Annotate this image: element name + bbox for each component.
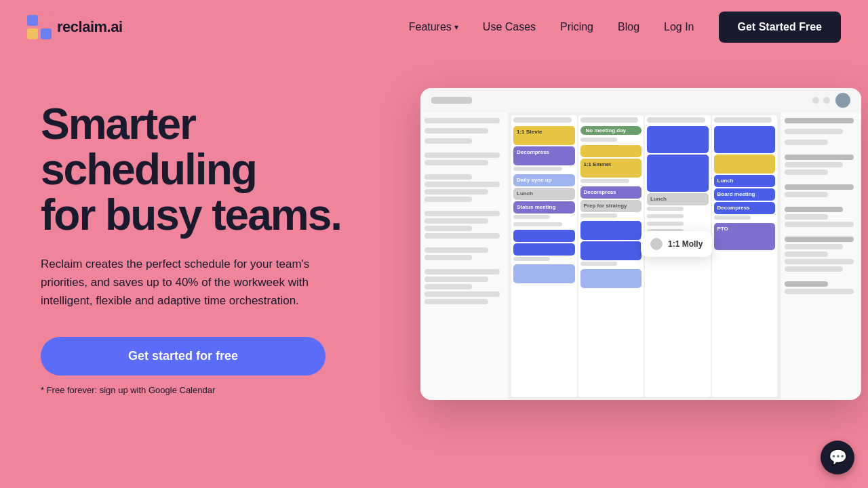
event-block: Board meeting xyxy=(714,188,776,201)
sidebar-bar xyxy=(425,174,472,180)
right-panel-bar xyxy=(785,289,854,294)
event-block xyxy=(714,155,776,174)
event-block xyxy=(714,126,776,153)
hero-section: Smarter scheduling for busy teams. Recla… xyxy=(0,54,868,488)
hero-note: * Free forever: sign up with Google Cale… xyxy=(41,385,393,395)
event-block: Lunch xyxy=(513,188,575,200)
window-dot xyxy=(812,97,819,104)
right-panel-bar xyxy=(785,162,843,167)
right-panel-bar xyxy=(785,244,843,249)
event-block xyxy=(580,145,642,157)
sidebar-bar xyxy=(425,152,500,158)
nav-link-pricing[interactable]: Pricing xyxy=(560,21,593,33)
event-bar xyxy=(580,262,617,266)
calendar-tooltip: 1:1 Molly xyxy=(641,231,712,257)
right-panel-bar xyxy=(785,184,854,190)
titlebar-pill xyxy=(431,97,472,104)
event-block: 1:1 Stevie xyxy=(513,126,575,145)
nav-link-features[interactable]: Features ▾ xyxy=(409,21,458,33)
event-block: Prep for strategy xyxy=(580,200,642,212)
right-panel-bar xyxy=(785,259,854,264)
nav-link-use-cases[interactable]: Use Cases xyxy=(483,21,536,33)
calendar-right-panel xyxy=(780,113,861,400)
calendar-body: 1:1 Stevie Decompress Daily sync up Lunc… xyxy=(420,113,861,400)
svg-rect-0 xyxy=(27,15,38,26)
right-panel-bar xyxy=(785,155,854,160)
event-bar xyxy=(513,215,550,219)
navbar: reclaim.ai Features ▾ Use Cases Pricing … xyxy=(0,0,868,54)
nav-link-login[interactable]: Log In xyxy=(664,21,694,33)
col-header-bar xyxy=(647,117,705,123)
event-block: Decompress xyxy=(714,202,776,214)
sidebar-bar xyxy=(425,218,488,224)
svg-rect-3 xyxy=(41,28,52,39)
event-block xyxy=(580,221,642,240)
event-block: 1:1 Emmet xyxy=(580,159,642,178)
sidebar-bar xyxy=(425,182,500,187)
tooltip-label: 1:1 Molly xyxy=(668,239,703,249)
event-block: Lunch xyxy=(714,175,776,187)
event-block: Decompress xyxy=(580,186,642,199)
window-dot xyxy=(823,97,830,104)
event-block: Daily sync up xyxy=(513,174,575,186)
sidebar-bar xyxy=(425,291,500,297)
hero-illustration: 1:1 Stevie Decompress Daily sync up Lunc… xyxy=(393,88,861,400)
nav-links: Features ▾ Use Cases Pricing Blog Log In… xyxy=(409,12,841,43)
calendar-col-1: 1:1 Stevie Decompress Daily sync up Lunc… xyxy=(511,115,577,397)
event-block xyxy=(580,269,642,288)
right-panel-bar xyxy=(785,169,828,175)
event-bar xyxy=(580,138,617,142)
sidebar-bar xyxy=(425,247,488,253)
event-block: Decompress xyxy=(513,146,575,165)
right-panel-bar xyxy=(785,237,854,242)
event-block: Lunch xyxy=(647,193,709,205)
col-header-bar xyxy=(513,117,572,123)
nav-link-blog[interactable]: Blog xyxy=(618,21,639,33)
sidebar-bar xyxy=(425,128,488,134)
right-panel-bar xyxy=(785,207,843,212)
sidebar-bar xyxy=(425,189,488,195)
nav-cta-button[interactable]: Get Started Free xyxy=(719,12,841,43)
calendar-mockup: 1:1 Stevie Decompress Daily sync up Lunc… xyxy=(420,88,861,400)
event-block xyxy=(647,155,709,192)
sidebar-bar xyxy=(425,284,472,289)
sidebar-bar xyxy=(425,299,488,304)
sidebar-bar xyxy=(425,160,488,165)
event-bar xyxy=(647,207,684,211)
calendar-col-4: Lunch Board meeting Decompress PTO xyxy=(712,115,778,397)
calendar-grid-wrapper: 1:1 Stevie Decompress Daily sync up Lunc… xyxy=(509,113,780,400)
event-block xyxy=(513,230,575,242)
sidebar-bar xyxy=(425,118,500,123)
event-bar xyxy=(647,222,684,226)
hero-content: Smarter scheduling for busy teams. Recla… xyxy=(41,88,393,395)
event-bar xyxy=(647,214,684,218)
calendar-sidebar xyxy=(420,113,509,400)
col-header-bar xyxy=(580,117,639,123)
hero-subtitle: Reclaim creates the perfect schedule for… xyxy=(41,255,353,310)
user-avatar xyxy=(835,93,850,108)
hero-cta-button[interactable]: Get started for free xyxy=(41,337,326,375)
event-block xyxy=(580,241,642,260)
logo[interactable]: reclaim.ai xyxy=(27,15,123,39)
logo-text: reclaim.ai xyxy=(57,18,123,36)
sidebar-bar xyxy=(425,269,500,274)
calendar-col-2: No meeting day 1:1 Emmet Decompress Prep… xyxy=(578,115,644,397)
sidebar-bar xyxy=(425,255,472,260)
right-panel-bar xyxy=(785,214,828,220)
event-block: Status meeting xyxy=(513,201,575,214)
tooltip-icon xyxy=(650,238,663,250)
event-bar xyxy=(513,222,562,226)
titlebar-controls xyxy=(812,97,830,104)
event-block: PTO xyxy=(714,223,776,250)
right-panel-bar xyxy=(785,118,854,123)
chat-icon: 💬 xyxy=(829,449,847,466)
event-block xyxy=(513,243,575,256)
hero-title: Smarter scheduling for busy teams. xyxy=(41,102,393,239)
right-panel-bar xyxy=(785,192,828,197)
chat-bubble-button[interactable]: 💬 xyxy=(821,441,854,474)
event-bar xyxy=(714,216,751,220)
no-meeting-badge: No meeting day xyxy=(580,126,642,135)
col-header-bar xyxy=(714,117,772,123)
right-panel-bar xyxy=(785,140,828,145)
chevron-down-icon: ▾ xyxy=(454,22,458,32)
